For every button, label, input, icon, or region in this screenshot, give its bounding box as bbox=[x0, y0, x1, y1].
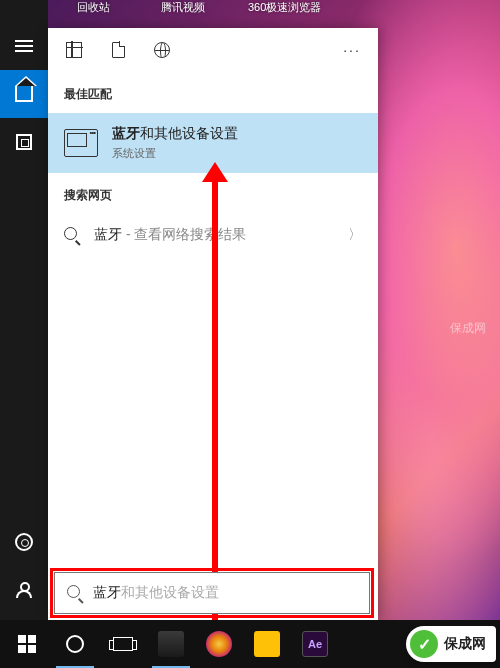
search-input-box[interactable]: 蓝牙和其他设备设置 bbox=[54, 572, 370, 614]
app-icon bbox=[206, 631, 232, 657]
filter-web-button[interactable] bbox=[140, 28, 184, 72]
search-results-panel: ··· 最佳匹配 蓝牙和其他设备设置 系统设置 搜索网页 蓝牙 - 查看网络搜索… bbox=[48, 28, 378, 620]
devices-settings-icon bbox=[64, 129, 98, 157]
pinned-icon bbox=[16, 134, 32, 150]
cortana-button[interactable] bbox=[52, 620, 98, 668]
app-icon bbox=[158, 631, 184, 657]
desktop-icon-video[interactable]: 腾讯视频 bbox=[158, 0, 208, 28]
windows-icon bbox=[18, 635, 36, 653]
globe-icon bbox=[154, 42, 170, 58]
cortana-icon bbox=[66, 635, 84, 653]
app-icon: Ae bbox=[302, 631, 328, 657]
start-left-rail bbox=[0, 0, 48, 620]
ellipsis-icon: ··· bbox=[343, 42, 361, 58]
taskbar-app-2[interactable] bbox=[196, 620, 242, 668]
desktop-icon-recycle[interactable]: 回收站 bbox=[68, 0, 118, 28]
taskbar-app-1[interactable] bbox=[148, 620, 194, 668]
gear-icon bbox=[15, 533, 33, 551]
grid-icon bbox=[66, 42, 82, 58]
home-icon bbox=[15, 86, 33, 102]
chevron-right-icon: 〉 bbox=[348, 226, 362, 244]
web-result-label: 蓝牙 - 查看网络搜索结果 bbox=[94, 226, 246, 244]
user-button[interactable] bbox=[0, 566, 48, 614]
filter-documents-button[interactable] bbox=[96, 28, 140, 72]
taskview-icon bbox=[113, 637, 133, 651]
taskview-button[interactable] bbox=[100, 620, 146, 668]
desktop-icon-browser[interactable]: 360极速浏览器 bbox=[248, 0, 298, 28]
taskbar-app-3[interactable] bbox=[244, 620, 290, 668]
best-match-header: 最佳匹配 bbox=[48, 72, 378, 113]
document-icon bbox=[112, 42, 125, 58]
more-options-button[interactable]: ··· bbox=[330, 28, 374, 72]
best-match-title: 蓝牙和其他设备设置 bbox=[112, 125, 238, 143]
watermark-badge: ✓ 保成网 bbox=[406, 626, 496, 662]
best-match-result[interactable]: 蓝牙和其他设备设置 系统设置 bbox=[48, 113, 378, 173]
search-filter-toolbar: ··· bbox=[48, 28, 378, 72]
app-icon bbox=[254, 631, 280, 657]
check-icon: ✓ bbox=[410, 630, 438, 658]
search-icon bbox=[67, 585, 83, 601]
pinned-button[interactable] bbox=[0, 118, 48, 166]
menu-button[interactable] bbox=[0, 22, 48, 70]
web-search-result[interactable]: 蓝牙 - 查看网络搜索结果 〉 bbox=[48, 214, 378, 256]
search-input-text: 蓝牙和其他设备设置 bbox=[93, 584, 219, 602]
user-icon bbox=[16, 582, 32, 598]
filter-all-button[interactable] bbox=[52, 28, 96, 72]
best-match-subtitle: 系统设置 bbox=[112, 146, 238, 161]
desktop-icons-row: 回收站 腾讯视频 360极速浏览器 bbox=[48, 0, 500, 28]
taskbar-app-4[interactable]: Ae bbox=[292, 620, 338, 668]
settings-button[interactable] bbox=[0, 518, 48, 566]
home-button[interactable] bbox=[0, 70, 48, 118]
start-button[interactable] bbox=[4, 620, 50, 668]
watermark-mid: 保成网 bbox=[450, 320, 486, 337]
watermark-brand: 保成网 bbox=[444, 635, 486, 653]
search-web-header: 搜索网页 bbox=[48, 173, 378, 214]
search-icon bbox=[64, 227, 80, 243]
hamburger-icon bbox=[15, 40, 33, 52]
